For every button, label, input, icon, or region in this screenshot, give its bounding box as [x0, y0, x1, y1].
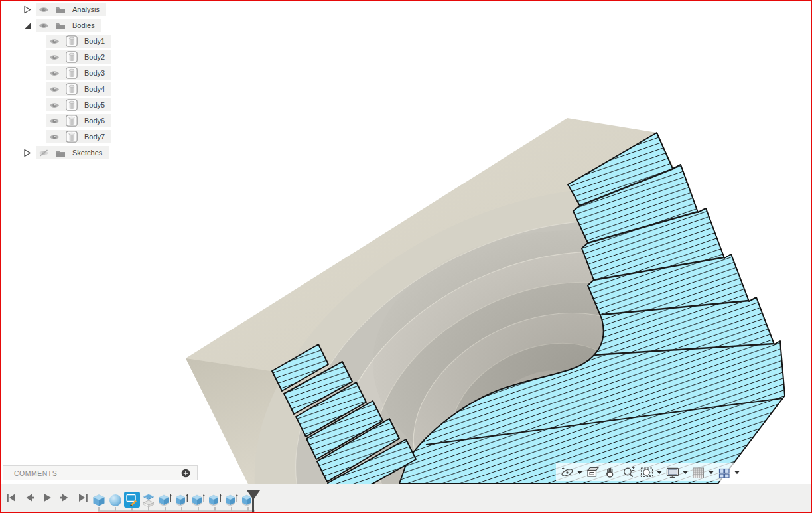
feature-offset-face-icon[interactable] — [191, 493, 206, 508]
visibility-eye-icon[interactable] — [49, 131, 60, 143]
tree-item-body2[interactable]: Body2 — [46, 49, 111, 65]
timeline-position-marker-bar[interactable] — [252, 490, 254, 512]
pan-icon[interactable] — [603, 465, 619, 480]
tree-item-sketches[interactable]: Sketches — [21, 145, 109, 161]
tree-item-body3[interactable]: Body3 — [46, 65, 111, 81]
visibility-eye-icon[interactable] — [49, 83, 60, 95]
orbit-dropdown-caret[interactable] — [577, 465, 583, 480]
tree-item-label: Bodies — [72, 21, 95, 29]
folder-icon — [55, 3, 66, 15]
feature-split-body-icon[interactable] — [141, 493, 156, 508]
visibility-eye-icon[interactable] — [38, 3, 49, 15]
fit-dropdown-caret[interactable] — [657, 465, 663, 480]
tree-item-label: Body3 — [84, 69, 105, 77]
folder-icon — [55, 147, 66, 159]
tree-item-label: Analysis — [72, 5, 100, 13]
visibility-eye-off-icon[interactable] — [38, 147, 49, 159]
expand-arrow-icon[interactable] — [21, 5, 33, 15]
navigation-toolbar — [556, 463, 744, 481]
body-icon — [66, 115, 78, 127]
tree-item-body7[interactable]: Body7 — [46, 129, 111, 145]
step-forward-icon[interactable] — [59, 492, 70, 502]
visibility-eye-icon[interactable] — [38, 19, 49, 31]
body-icon — [66, 83, 78, 96]
go-to-start-icon[interactable] — [5, 492, 17, 502]
comments-bar[interactable]: COMMENTS — [3, 465, 198, 480]
tree-item-body5[interactable]: Body5 — [46, 97, 111, 113]
body-icon — [66, 67, 78, 80]
visibility-eye-icon[interactable] — [49, 67, 60, 79]
orbit-icon[interactable] — [559, 465, 575, 480]
look-at-icon[interactable] — [585, 465, 601, 480]
visibility-eye-icon[interactable] — [49, 99, 60, 111]
feature-sphere-icon[interactable] — [108, 493, 123, 508]
visibility-eye-icon[interactable] — [49, 35, 60, 47]
feature-offset-face-icon[interactable] — [208, 493, 222, 508]
tree-item-label: Body1 — [84, 37, 105, 45]
play-icon[interactable] — [41, 492, 52, 502]
display-settings-dropdown-caret[interactable] — [683, 465, 689, 480]
feature-offset-face-icon[interactable] — [174, 493, 189, 508]
go-to-end-icon[interactable] — [77, 492, 88, 502]
body-icon — [66, 35, 78, 48]
tree-item-body6[interactable]: Body6 — [46, 113, 111, 129]
display-settings-icon[interactable] — [665, 465, 681, 480]
tree-item-bodies[interactable]: Bodies — [21, 17, 102, 33]
fit-icon[interactable] — [639, 465, 655, 480]
tree-item-label: Sketches — [72, 149, 102, 157]
model-viewport-canvas[interactable] — [1, 1, 811, 484]
body-icon — [66, 131, 78, 143]
timeline-bar — [1, 484, 811, 513]
comments-label: COMMENTS — [14, 469, 181, 477]
viewports-dropdown-caret[interactable] — [734, 465, 740, 480]
body-icon — [66, 99, 78, 111]
expand-arrow-icon[interactable] — [21, 148, 33, 158]
tree-item-label: Body7 — [84, 133, 105, 141]
feature-offset-face-icon[interactable] — [158, 493, 172, 508]
tree-item-label: Body5 — [84, 101, 105, 109]
feature-offset-face-icon[interactable] — [224, 493, 239, 508]
tree-item-analysis[interactable]: Analysis — [21, 1, 106, 17]
body-icon — [66, 51, 78, 64]
visibility-eye-icon[interactable] — [49, 51, 60, 63]
tree-item-body4[interactable]: Body4 — [46, 81, 111, 97]
feature-box-icon[interactable] — [92, 493, 106, 508]
tree-item-label: Body2 — [84, 53, 105, 61]
zoom-icon[interactable] — [621, 465, 637, 480]
app-window: Analysis Bodies Body1 Body2 — [0, 0, 812, 513]
tree-item-body1[interactable]: Body1 — [46, 33, 111, 49]
tree-item-label: Body6 — [84, 117, 105, 125]
visibility-eye-icon[interactable] — [49, 115, 60, 127]
step-back-icon[interactable] — [23, 492, 34, 502]
viewports-icon[interactable] — [716, 465, 732, 480]
folder-icon — [55, 19, 66, 31]
collapse-arrow-icon[interactable] — [21, 21, 33, 31]
grid-snaps-dropdown-caret[interactable] — [709, 465, 714, 480]
grid-snaps-icon[interactable] — [691, 465, 707, 480]
feature-sketch-icon-selected[interactable] — [124, 492, 140, 508]
tree-item-label: Body4 — [84, 85, 105, 93]
add-comment-button[interactable] — [181, 469, 190, 478]
timeline-playback-controls — [5, 492, 88, 502]
